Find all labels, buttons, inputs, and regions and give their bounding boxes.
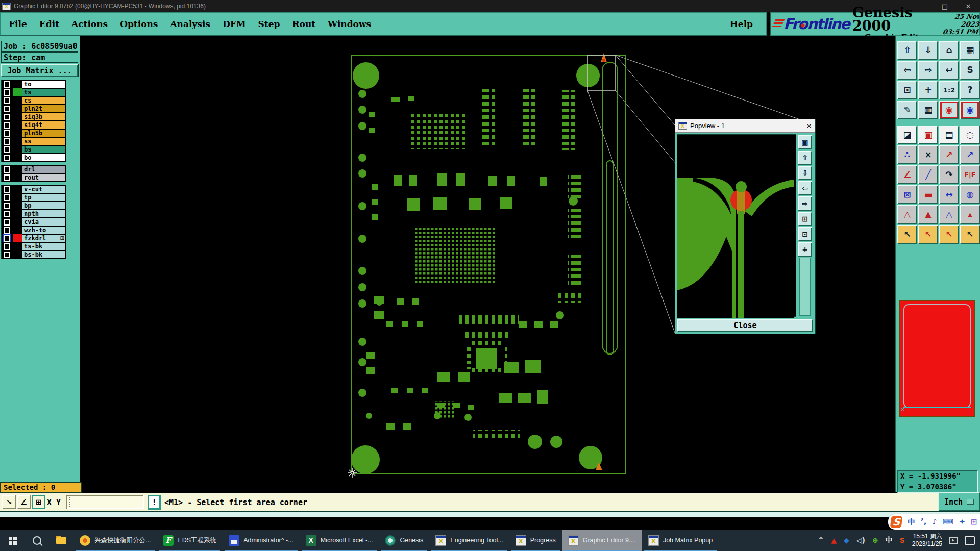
layer-row-cvia[interactable]: cvia (2, 218, 66, 226)
menu-rout[interactable]: Rout (292, 19, 315, 29)
layer-name[interactable]: cvia (22, 218, 66, 226)
layer-color-swatch[interactable] (13, 88, 22, 96)
dfm-arrow-3-button[interactable]: △ (939, 205, 959, 224)
select-frame-button[interactable]: ↖ (918, 225, 938, 244)
layer-row-siq4t[interactable]: siq4t (2, 121, 66, 129)
taskbar-app[interactable]: Administrator^ -... (223, 530, 300, 551)
home-view-button[interactable]: ⌂ (939, 41, 959, 60)
ime-punct[interactable]: ’, (921, 517, 926, 527)
line-slope-button[interactable]: ╱ (918, 165, 938, 184)
layer-name[interactable]: bs-bk (22, 251, 66, 259)
pan-down-button[interactable]: ⇩ (918, 41, 938, 60)
layer-color-swatch[interactable] (13, 154, 22, 162)
popview-content[interactable] (677, 134, 796, 317)
measure-ruler-button[interactable]: ▤ (939, 126, 959, 144)
transform-mode-button[interactable]: ◪ (897, 126, 917, 144)
layer-checkbox[interactable] (2, 145, 13, 154)
file-explorer[interactable] (49, 530, 74, 551)
zoom-margins-button[interactable]: ⊡ (897, 81, 917, 99)
layer-name[interactable]: pln5b (22, 129, 66, 137)
taskbar-app[interactable]: Engineering Tool... (429, 530, 509, 551)
layer-color-swatch[interactable] (13, 193, 22, 202)
angle-measure-button[interactable]: ∠ (17, 495, 31, 509)
menu-step[interactable]: Step (258, 19, 280, 29)
popview-zoom-fit-button[interactable]: + (798, 242, 812, 257)
layer-color-swatch[interactable] (13, 185, 22, 193)
select-reference-button[interactable]: ◌ (960, 126, 980, 144)
layer-row-bp[interactable]: bp (2, 202, 66, 210)
popview-pan-up-button[interactable]: ⇧ (798, 151, 812, 165)
layer-name[interactable]: drl (22, 165, 66, 173)
layer-row-fzkdrl[interactable]: fzkdrl⊞ (2, 234, 66, 242)
layer-row-bs-bk[interactable]: bs-bk (2, 251, 66, 259)
tray-green-app-icon[interactable]: ⊕ (872, 536, 878, 544)
previous-view-button[interactable]: ↩ (939, 61, 959, 80)
layer-color-swatch[interactable] (13, 251, 22, 259)
layer-row-ts-bk[interactable]: ts-bk (2, 242, 66, 251)
job-matrix-button[interactable]: Job Matrix ... (1, 64, 78, 77)
copy-window-button[interactable]: ⊠ (897, 185, 917, 204)
menu-actions[interactable]: Actions (71, 19, 108, 29)
layer-color-swatch[interactable] (13, 234, 22, 242)
layer-row-pln5b[interactable]: pln5b (2, 129, 66, 137)
start-button[interactable] (0, 530, 24, 551)
netlist-back-button[interactable]: ◉ (960, 101, 980, 119)
layer-checkbox[interactable] (2, 154, 13, 162)
stretch-button[interactable]: ▬ (918, 185, 938, 204)
layer-name[interactable]: ss (22, 137, 66, 145)
layer-checkbox[interactable] (2, 218, 13, 226)
layer-row-rout[interactable]: rout (2, 173, 66, 182)
popview-pan-down-button[interactable]: ⇩ (798, 166, 812, 180)
layer-checkbox[interactable] (2, 96, 13, 105)
tray-blue-app-icon[interactable]: ◆ (844, 536, 849, 544)
layer-name[interactable]: bo (22, 154, 66, 162)
ime-lang-icon[interactable]: 中 (886, 536, 893, 545)
dfm-arrow-2-button[interactable]: ▲ (918, 205, 938, 224)
layer-checkbox[interactable] (2, 105, 13, 113)
taskbar-clock[interactable]: 15:51 周六 2023/11/25 (912, 533, 942, 548)
surface-ops-button[interactable]: ◍ (960, 185, 980, 204)
taskbar-app[interactable]: Graphic Editor 9.... (562, 530, 642, 551)
setup-tools-button[interactable]: ✎ (897, 101, 917, 119)
alert-button[interactable]: ! (148, 495, 161, 510)
layer-color-swatch[interactable] (13, 242, 22, 251)
layer-checkbox[interactable] (2, 113, 13, 121)
layer-color-swatch[interactable] (13, 145, 22, 154)
layer-name[interactable]: bs (22, 145, 66, 154)
xy-input[interactable] (66, 495, 144, 509)
popview-pan-right-button[interactable]: ⇨ (798, 196, 812, 211)
window-preview-icon[interactable] (949, 537, 958, 544)
layer-name[interactable]: cs (22, 96, 66, 105)
arc-mode-button[interactable]: ↷ (939, 165, 959, 184)
layer-row-ss[interactable]: ss (2, 137, 66, 145)
layer-row-bs[interactable]: bs (2, 145, 66, 154)
spacing-button[interactable]: ↔ (939, 185, 959, 204)
popview-scrollbar[interactable] (799, 258, 811, 316)
dfm-arrow-1-button[interactable]: △ (897, 205, 917, 224)
taskbar-app[interactable]: Genesis (379, 530, 429, 551)
layer-name[interactable]: siq4t (22, 121, 66, 129)
taskbar-app[interactable]: Microsoft Excel -... (300, 530, 379, 551)
units-dropdown[interactable]: Inch (938, 492, 980, 511)
select-net-button[interactable]: ↖ (960, 225, 980, 244)
close-button[interactable]: ✕ (957, 3, 980, 10)
delete-button[interactable]: × (918, 145, 938, 164)
layer-row-siq3b[interactable]: siq3b (2, 113, 66, 121)
menu-file[interactable]: File (9, 19, 27, 29)
popview-zoom-center-button[interactable]: ⊡ (798, 227, 812, 241)
sogou-logo[interactable]: S (890, 516, 903, 528)
layer-checkbox[interactable] (2, 242, 13, 251)
layer-checkbox[interactable] (2, 129, 13, 137)
layer-row-bo[interactable]: bo (2, 154, 66, 162)
taskbar-app[interactable]: Progress (509, 530, 562, 551)
layer-row-tp[interactable]: tp (2, 193, 66, 202)
layer-checkbox[interactable] (2, 202, 13, 210)
layer-color-swatch[interactable] (13, 202, 22, 210)
layer-name[interactable]: tp (22, 193, 66, 202)
layer-name[interactable]: rout (22, 173, 66, 182)
layer-color-swatch[interactable] (13, 137, 22, 145)
layer-checkbox[interactable] (2, 234, 13, 242)
grid-window-button[interactable]: ⊞ (32, 495, 45, 509)
mirror-button[interactable]: F|F (960, 165, 980, 184)
popview-close-icon[interactable]: ✕ (806, 122, 812, 130)
